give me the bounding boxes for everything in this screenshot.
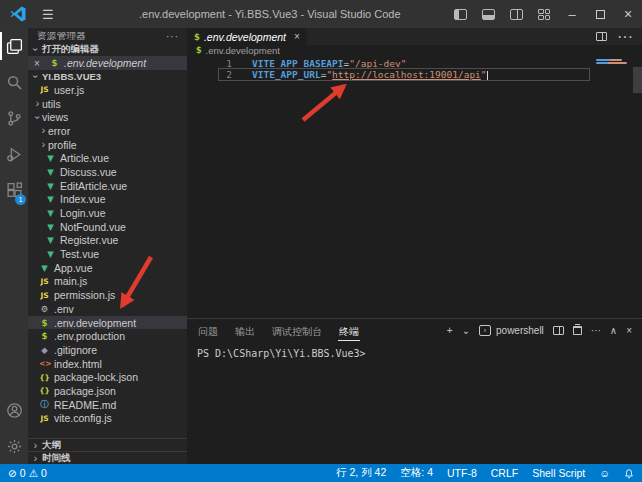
open-editors-section[interactable]: › 打开的编辑器 xyxy=(28,43,187,56)
window-title: .env.development - Yi.BBS.Vue3 - Visual … xyxy=(54,8,446,20)
tree-item[interactable]: ›profile xyxy=(28,138,187,152)
tree-item-label: Article.vue xyxy=(60,152,109,164)
minimize-button[interactable]: – xyxy=(558,0,586,28)
tree-item[interactable]: JSmain.js xyxy=(28,275,187,289)
tree-item[interactable]: JSuser.js xyxy=(28,83,187,97)
panel-tab-输出[interactable]: 输出 xyxy=(234,323,256,340)
extensions-icon[interactable]: 1 xyxy=(0,172,28,208)
tree-item[interactable]: ▼Discuss.vue xyxy=(28,165,187,179)
tree-item[interactable]: ›utils xyxy=(28,97,187,111)
chevron-right-icon: › xyxy=(33,98,42,109)
feedback-icon[interactable]: ☺ xyxy=(599,467,610,479)
explorer-more-icon[interactable]: ··· xyxy=(166,31,179,42)
tree-item[interactable]: ▼Test.vue xyxy=(28,247,187,261)
split-editor-icon[interactable] xyxy=(596,32,607,41)
code-editor[interactable]: 1VITE_APP_BASEAPI="/api-dev"2VITE_APP_UR… xyxy=(187,56,642,318)
close-panel-icon[interactable]: × xyxy=(626,325,632,336)
eol-sequence[interactable]: CRLF xyxy=(491,467,518,479)
tab-env-development[interactable]: $ .env.development × xyxy=(187,28,308,45)
tree-item[interactable]: ▼Register.vue xyxy=(28,234,187,248)
breadcrumb[interactable]: $ .env.development xyxy=(187,45,642,56)
language-mode[interactable]: Shell Script xyxy=(532,467,585,479)
terminal[interactable]: PS D:\CSharp\Yi\Yi.BBS.Vue3> xyxy=(187,341,642,464)
panel-more-icon[interactable]: ··· xyxy=(591,325,601,336)
notifications-bell-icon[interactable] xyxy=(624,468,634,479)
tree-item[interactable]: ▼App.vue xyxy=(28,261,187,275)
timeline-section[interactable]: › 时间线 xyxy=(28,451,187,464)
toggle-panel-button[interactable] xyxy=(474,0,502,28)
tree-item-label: profile xyxy=(48,139,77,151)
chevron-down-icon: › xyxy=(32,113,43,122)
tree-item-label: Login.vue xyxy=(60,207,106,219)
project-section[interactable]: › YI.BBS.VUE3 xyxy=(28,70,187,83)
tree-item[interactable]: ›error xyxy=(28,124,187,138)
tree-item[interactable]: ▼Index.vue xyxy=(28,193,187,207)
problems-status[interactable]: ⊘ 0 ⚠ 0 xyxy=(8,467,47,479)
tree-item[interactable]: ›views xyxy=(28,110,187,124)
run-debug-icon[interactable] xyxy=(0,136,28,172)
chevron-right-icon: › xyxy=(31,453,40,464)
braces-icon: {} xyxy=(39,373,50,382)
tree-item[interactable]: {}package-lock.json xyxy=(28,370,187,384)
html-icon: <> xyxy=(39,359,50,368)
code-line[interactable]: 1VITE_APP_BASEAPI="/api-dev" xyxy=(187,58,642,69)
cursor-position[interactable]: 行 2, 列 42 xyxy=(336,466,386,480)
tree-item[interactable]: ▼Article.vue xyxy=(28,151,187,165)
vue-icon: ▼ xyxy=(45,153,56,163)
menu-icon[interactable]: ☰ xyxy=(42,7,54,22)
close-button[interactable]: × xyxy=(614,0,642,28)
terminal-shell-icon[interactable]: › xyxy=(479,325,491,336)
editor-more-icon[interactable]: ··· xyxy=(617,28,633,46)
code-token: "/api-dev" xyxy=(349,58,406,69)
search-icon[interactable] xyxy=(0,64,28,100)
tree-item[interactable]: {}package.json xyxy=(28,384,187,398)
shell-name[interactable]: powershell xyxy=(496,325,544,336)
code-line[interactable]: 2VITE_APP_URL="http://localhost:19001/ap… xyxy=(187,69,642,80)
chevron-down-icon: › xyxy=(30,72,41,81)
toggle-secondary-sidebar-button[interactable] xyxy=(502,0,530,28)
customize-layout-button[interactable] xyxy=(530,0,558,28)
tree-item[interactable]: $.env.production xyxy=(28,329,187,343)
explorer-icon[interactable] xyxy=(0,28,28,64)
terminal-dropdown-icon[interactable]: ⌄ xyxy=(462,325,470,336)
vue-icon: ▼ xyxy=(45,194,56,204)
tree-item-label: main.js xyxy=(54,275,87,287)
code-token: VITE_APP_URL xyxy=(252,69,321,80)
warnings-icon: ⚠ xyxy=(29,467,38,479)
title-bar: ☰ .env.development - Yi.BBS.Vue3 - Visua… xyxy=(0,0,642,28)
panel-tab-问题[interactable]: 问题 xyxy=(197,323,219,340)
kill-terminal-icon[interactable] xyxy=(573,326,582,335)
account-icon[interactable] xyxy=(0,392,28,428)
minimap[interactable] xyxy=(596,59,629,65)
close-icon[interactable]: × xyxy=(34,58,46,69)
source-control-icon[interactable] xyxy=(0,100,28,136)
tree-item[interactable]: ▼EditArticle.vue xyxy=(28,179,187,193)
tree-item[interactable]: $.env.development xyxy=(28,316,187,330)
tree-item[interactable]: ⓘREADME.md xyxy=(28,398,187,412)
tree-item[interactable]: <>index.html xyxy=(28,357,187,371)
extensions-badge: 1 xyxy=(15,194,26,205)
close-icon[interactable]: × xyxy=(294,31,300,42)
indentation[interactable]: 空格: 4 xyxy=(400,466,433,480)
tree-item[interactable]: JSvite.config.js xyxy=(28,412,187,426)
sidebar-explorer: 资源管理器 ··· › 打开的编辑器 × $ .env.development … xyxy=(28,28,187,464)
outline-section[interactable]: › 大纲 xyxy=(28,438,187,451)
open-editor-item[interactable]: × $ .env.development xyxy=(28,56,187,70)
tree-item[interactable]: ◆.gitignore xyxy=(28,343,187,357)
split-terminal-icon[interactable] xyxy=(553,326,564,335)
editor-scrollbar[interactable] xyxy=(633,67,642,93)
open-editor-label: .env.development xyxy=(64,57,146,69)
tree-item[interactable]: JSpermission.js xyxy=(28,288,187,302)
panel-tab-终端[interactable]: 终端 xyxy=(338,323,360,341)
dollar-icon: $ xyxy=(194,32,200,42)
toggle-sidebar-button[interactable] xyxy=(446,0,474,28)
panel-tab-调试控制台[interactable]: 调试控制台 xyxy=(271,323,323,340)
maximize-button[interactable] xyxy=(586,0,614,28)
tree-item[interactable]: ▼Login.vue xyxy=(28,206,187,220)
tree-item[interactable]: ▼NotFound.vue xyxy=(28,220,187,234)
tree-item[interactable]: ⚙.env xyxy=(28,302,187,316)
maximize-panel-icon[interactable]: ∧ xyxy=(610,325,617,336)
settings-gear-icon[interactable] xyxy=(0,428,28,464)
new-terminal-icon[interactable]: + xyxy=(447,325,453,336)
encoding[interactable]: UTF-8 xyxy=(447,467,477,479)
